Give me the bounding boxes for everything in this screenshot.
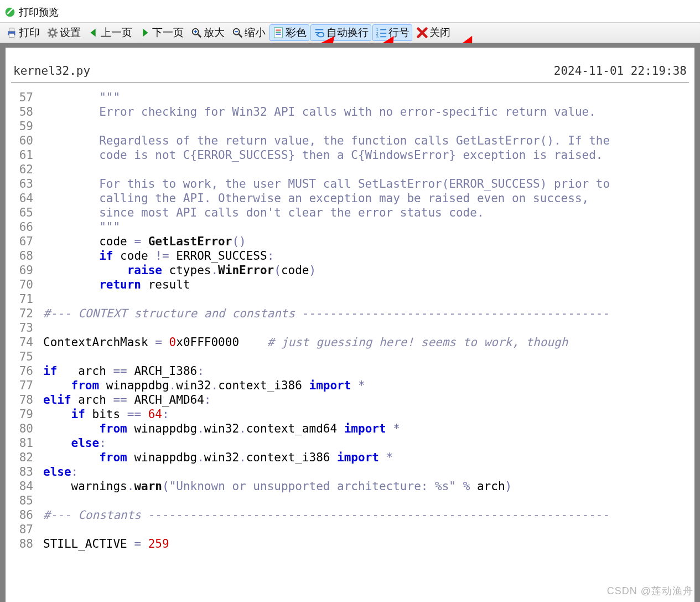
code-line: 77 from winappdbg.win32.context_i386 imp… [11, 378, 689, 393]
code-line: 66 """ [11, 220, 689, 234]
line-number: 79 [11, 407, 43, 421]
next-page-button[interactable]: 下一页 [136, 24, 186, 41]
color-toggle[interactable]: 彩色 [269, 24, 309, 41]
line-number: 74 [11, 335, 43, 349]
svg-line-12 [55, 29, 56, 30]
line-source [43, 321, 689, 335]
code-line: 87 [11, 522, 689, 537]
svg-text:3: 3 [376, 34, 378, 39]
line-source: Regardless of the return value, the func… [43, 133, 689, 148]
close-button[interactable]: 关闭 [413, 24, 453, 41]
code-line: 75 [11, 349, 689, 364]
code-line: 60 Regardless of the return value, the f… [11, 133, 689, 148]
code-line: 71 [11, 292, 689, 306]
code-line: 84 warnings.warn("Unknown or unsupported… [11, 479, 689, 493]
svg-line-9 [49, 29, 50, 30]
line-number: 75 [11, 349, 43, 364]
code-line: 69 raise ctypes.WinError(code) [11, 263, 689, 277]
line-number: 84 [11, 479, 43, 493]
line-source: ContextArchMask = 0x0FFF0000 # just gues… [43, 335, 689, 349]
line-number: 81 [11, 436, 43, 450]
prev-label: 上一页 [101, 25, 132, 40]
wrap-toggle[interactable]: 自动换行 [310, 24, 371, 41]
page: kernel32.py 2024-11-01 22:19:38 57 """58… [6, 48, 694, 602]
line-number: 58 [11, 105, 43, 119]
code-line: 62 [11, 162, 689, 177]
line-number: 87 [11, 522, 43, 537]
code-line: 63 For this to work, the user MUST call … [11, 177, 689, 191]
next-label: 下一页 [152, 25, 184, 40]
line-source [43, 349, 689, 364]
filename: kernel32.py [13, 64, 90, 78]
window-title: 打印预览 [19, 6, 59, 19]
line-source: raise ctypes.WinError(code) [43, 263, 689, 277]
printer-icon [6, 27, 18, 39]
prev-page-button[interactable]: 上一页 [85, 24, 135, 41]
line-source: since most API calls don't clear the err… [43, 205, 689, 220]
svg-point-4 [50, 30, 55, 35]
line-number: 82 [11, 450, 43, 465]
line-source: For this to work, the user MUST call Set… [43, 177, 689, 191]
zoomin-label: 放大 [204, 25, 225, 40]
line-number: 73 [11, 321, 43, 335]
code-line: 64 calling the API. Otherwise an excepti… [11, 191, 689, 205]
code-line: 72#--- CONTEXT structure and constants -… [11, 306, 689, 321]
line-source: return result [43, 277, 689, 292]
line-source: else: [43, 436, 689, 450]
svg-line-14 [198, 34, 201, 38]
code-line: 80 from winappdbg.win32.context_amd64 im… [11, 421, 689, 436]
line-number: 83 [11, 465, 43, 479]
line-number: 64 [11, 191, 43, 205]
title-bar: 打印预览 [0, 0, 700, 22]
line-source: from winappdbg.win32.context_i386 import… [43, 450, 689, 465]
line-number: 80 [11, 421, 43, 436]
line-number: 66 [11, 220, 43, 234]
line-source: code = GetLastError() [43, 234, 689, 249]
zoom-out-button[interactable]: 缩小 [229, 24, 268, 41]
zoom-out-icon [231, 27, 243, 39]
lineno-label: 行号 [388, 25, 409, 40]
close-icon [416, 27, 428, 39]
close-label: 关闭 [429, 25, 450, 40]
line-number: 62 [11, 162, 43, 177]
print-button[interactable]: 打印 [3, 24, 43, 41]
line-number: 65 [11, 205, 43, 220]
line-number: 57 [11, 90, 43, 105]
line-source: #--- CONTEXT structure and constants ---… [43, 306, 689, 321]
setup-button[interactable]: 设置 [44, 24, 84, 41]
setup-label: 设置 [60, 25, 81, 40]
color-page-icon [272, 27, 284, 39]
code-line: 57 """ [11, 90, 689, 105]
page-header: kernel32.py 2024-11-01 22:19:38 [11, 48, 689, 83]
gear-icon [46, 27, 59, 39]
line-number: 61 [11, 148, 43, 162]
print-label: 打印 [19, 25, 40, 40]
toolbar: 打印 设置 上一页 下一页 放大 缩小 彩色 自动换行 123 行号 关闭 [0, 22, 700, 43]
wrap-label: 自动换行 [326, 25, 369, 40]
zoom-in-button[interactable]: 放大 [188, 24, 227, 41]
arrow-left-icon [87, 27, 100, 39]
lineno-toggle[interactable]: 123 行号 [372, 24, 412, 41]
svg-rect-3 [9, 34, 14, 37]
code-line: 83else: [11, 465, 689, 479]
code-line: 79 if bits == 64: [11, 407, 689, 421]
line-number: 63 [11, 177, 43, 191]
line-number: 85 [11, 493, 43, 508]
code-line: 68 if code != ERROR_SUCCESS: [11, 249, 689, 263]
line-source [43, 162, 689, 177]
code-line: 78elif arch == ARCH_AMD64: [11, 393, 689, 407]
code-line: 58 Error checking for Win32 API calls wi… [11, 105, 689, 119]
line-number: 78 [11, 393, 43, 407]
line-number-icon: 123 [375, 27, 387, 39]
line-number: 68 [11, 249, 43, 263]
color-label: 彩色 [286, 25, 307, 40]
line-source: if bits == 64: [43, 407, 689, 421]
line-number: 69 [11, 263, 43, 277]
code-line: 88STILL_ACTIVE = 259 [11, 537, 689, 551]
code-line: 82 from winappdbg.win32.context_i386 imp… [11, 450, 689, 465]
zoom-in-icon [190, 27, 203, 39]
timestamp: 2024-11-01 22:19:38 [554, 64, 687, 78]
line-number: 70 [11, 277, 43, 292]
line-source: from winappdbg.win32.context_i386 import… [43, 378, 689, 393]
code-line: 74ContextArchMask = 0x0FFF0000 # just gu… [11, 335, 689, 349]
